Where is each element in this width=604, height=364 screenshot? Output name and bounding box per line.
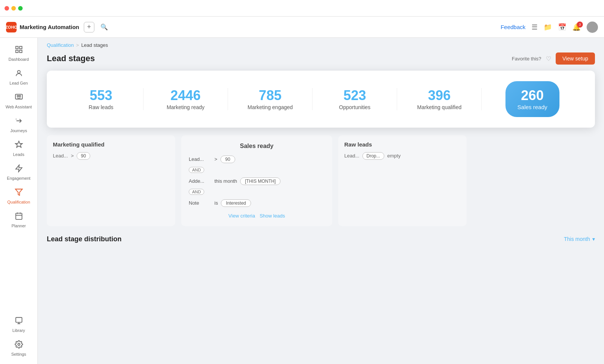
breadcrumb-parent[interactable]: Qualification	[47, 42, 74, 48]
stat-marketing-engaged[interactable]: 785 Marketing engaged	[228, 88, 313, 111]
criteria-key-1: Lead...	[189, 156, 211, 162]
heart-icon[interactable]: ♡	[546, 55, 551, 62]
card-marketing-qualified: Marketing qualified Lead... > 90	[47, 135, 175, 226]
show-leads-link[interactable]: Show leads	[260, 213, 285, 219]
criteria-row-2: Adde... this month [THIS MONTH]	[189, 177, 325, 185]
close-dot[interactable]	[5, 6, 9, 11]
page-title: Lead stages	[47, 54, 95, 63]
title-bar	[0, 0, 604, 17]
search-button[interactable]: 🔍	[99, 22, 109, 32]
svg-point-6	[17, 95, 18, 97]
top-nav: ZOHO Marketing Automation + 🔍 Feedback ☰…	[0, 17, 604, 38]
bottom-section: Lead stage distribution This month ▾	[38, 226, 604, 243]
view-setup-button[interactable]: View setup	[556, 52, 595, 65]
zoho-logo-box: ZOHO	[6, 22, 17, 32]
svg-point-11	[18, 343, 20, 345]
filter-drop-rl[interactable]: Drop...	[362, 152, 384, 160]
criteria-row-3: Note is Interested	[189, 199, 325, 207]
qualification-icon	[15, 188, 23, 198]
main-content: Qualification > Lead stages Lead stages …	[38, 38, 604, 364]
stat-number-sales-ready: 260	[518, 88, 547, 103]
stat-number-marketing-qualified: 396	[397, 88, 481, 103]
sidebar-item-leads[interactable]: Leads	[2, 137, 36, 160]
notification-badge: 3	[577, 22, 583, 28]
bottom-header: Lead stage distribution This month ▾	[47, 235, 595, 243]
sidebar-label-qualification: Qualification	[7, 200, 30, 204]
avatar[interactable]	[587, 22, 598, 33]
stat-label-opportunities: Opportunities	[313, 104, 397, 110]
layout: Dashboard Lead Gen Web Assistant Journey…	[0, 38, 604, 364]
add-button[interactable]: +	[84, 22, 94, 32]
minimize-dot[interactable]	[11, 6, 16, 11]
sidebar-item-leadgen[interactable]: Lead Gen	[2, 66, 36, 88]
criteria-val-2a: this month	[214, 178, 237, 184]
leadgen-icon	[15, 69, 23, 79]
card-title-marketing-qualified: Marketing qualified	[53, 141, 169, 148]
feedback-button[interactable]: Feedback	[501, 24, 525, 30]
criteria-key-2: Adde...	[189, 178, 211, 184]
sidebar-item-webassistant[interactable]: Web Assistant	[2, 90, 36, 112]
page-header: Lead stages Favorite this? ♡ View setup	[38, 49, 604, 71]
filter-key-mq: Lead...	[53, 153, 68, 159]
sidebar-item-settings[interactable]: Settings	[2, 337, 36, 359]
stat-label-marketing-ready: Marketing ready	[143, 104, 228, 110]
calendar-icon[interactable]: 📅	[558, 23, 566, 31]
view-criteria-link[interactable]: View criteria	[228, 213, 255, 219]
sidebar-label-webassistant: Web Assistant	[6, 105, 32, 109]
stat-raw-leads[interactable]: 553 Raw leads	[59, 88, 143, 111]
maximize-dot[interactable]	[18, 6, 23, 11]
sidebar-label-engagement: Engagement	[7, 176, 30, 180]
criteria-val-3[interactable]: Interested	[221, 199, 251, 207]
library-icon	[15, 316, 23, 327]
zoho-logo-text: ZOHO	[5, 25, 17, 29]
stat-label-sales-ready: Sales ready	[518, 104, 547, 110]
filter-val-mq[interactable]: 90	[77, 152, 90, 160]
stat-sales-ready[interactable]: 260 Sales ready	[482, 81, 583, 117]
favorite-text: Favorite this?	[512, 56, 541, 62]
sidebar-item-qualification[interactable]: Qualification	[2, 185, 36, 207]
and-badge-1: AND	[189, 167, 204, 173]
stat-label-marketing-qualified: Marketing qualified	[397, 104, 481, 110]
card-title-sales-ready: Sales ready	[189, 143, 325, 150]
sidebar-label-planner: Planner	[12, 224, 26, 228]
list-icon[interactable]: ☰	[532, 23, 538, 31]
svg-marker-8	[15, 189, 22, 196]
svg-rect-0	[15, 46, 18, 49]
card-title-raw-leads: Raw leads	[344, 141, 461, 148]
sidebar-label-dashboard: Dashboard	[9, 57, 29, 62]
breadcrumb-separator: >	[76, 42, 79, 48]
stat-number-opportunities: 523	[313, 88, 397, 103]
folder-icon[interactable]: 📁	[544, 23, 552, 31]
sidebar-item-engagement[interactable]: Engagement	[2, 161, 36, 184]
stat-opportunities[interactable]: 523 Opportunities	[313, 88, 397, 111]
sidebar-item-library[interactable]: Library	[2, 313, 36, 336]
stats-overlay: 553 Raw leads 2446 Marketing ready 785 M…	[47, 71, 595, 128]
criteria-val-1[interactable]: 90	[220, 156, 235, 163]
sidebar-item-journeys[interactable]: Journeys	[2, 114, 36, 136]
sidebar-item-dashboard[interactable]: Dashboard	[2, 42, 36, 65]
sales-ready-button[interactable]: 260 Sales ready	[505, 81, 559, 117]
engagement-icon	[15, 164, 23, 174]
webassistant-icon	[15, 93, 23, 103]
window-controls	[5, 6, 23, 11]
breadcrumb-current: Lead stages	[81, 42, 108, 48]
svg-rect-3	[19, 50, 22, 52]
notification-icon[interactable]: 🔔 3	[572, 23, 581, 31]
svg-point-4	[17, 71, 20, 73]
planner-icon	[15, 212, 23, 222]
svg-point-7	[19, 95, 20, 97]
journeys-icon	[15, 117, 23, 127]
criteria-val-2b[interactable]: [THIS MONTH]	[240, 177, 280, 185]
sidebar-item-planner[interactable]: Planner	[2, 209, 36, 231]
stat-marketing-ready[interactable]: 2446 Marketing ready	[143, 88, 228, 111]
bottom-title: Lead stage distribution	[47, 235, 122, 243]
svg-rect-9	[15, 213, 22, 220]
chevron-down-icon: ▾	[592, 236, 595, 242]
stat-marketing-qualified[interactable]: 396 Marketing qualified	[397, 88, 482, 111]
filter-row-rl: Lead... Drop... empty	[344, 152, 461, 160]
filter-key-rl: Lead...	[344, 153, 359, 159]
svg-rect-10	[15, 318, 22, 322]
month-selector[interactable]: This month ▾	[564, 236, 595, 242]
month-selector-label: This month	[564, 236, 590, 242]
stat-number-raw-leads: 553	[59, 88, 143, 103]
